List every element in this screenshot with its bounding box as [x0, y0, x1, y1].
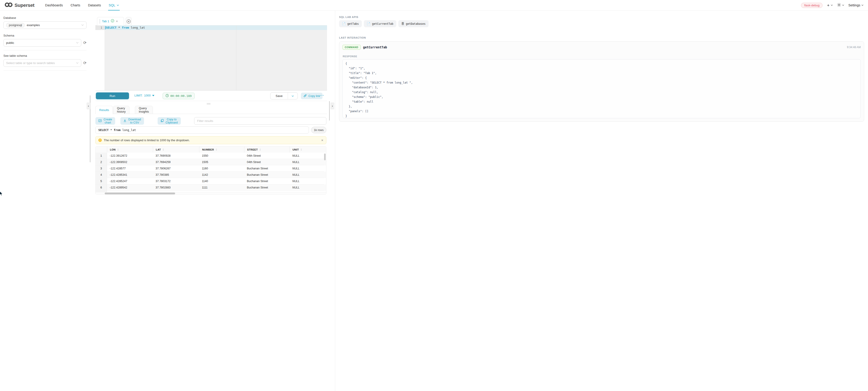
main-scrollbar[interactable]: [329, 101, 330, 121]
download-icon: [123, 119, 126, 123]
table-cell: 1550: [199, 153, 244, 159]
column-header[interactable]: LAT▲▼: [153, 146, 199, 153]
editor-gutter: [95, 30, 104, 90]
sql-editor-pane: Tab 1 ✕ + 1 SELECT * from long_lat Run L…: [95, 11, 327, 195]
column-header[interactable]: LON▲▼: [107, 146, 153, 153]
table-row[interactable]: 1-122.391267237.7690928155004th StreetNU…: [96, 153, 326, 159]
collapse-api-panel-button[interactable]: ›: [331, 102, 334, 109]
tab-query-insights[interactable]: Query Insights: [135, 106, 153, 114]
table-cell: -122.3912672: [107, 153, 153, 159]
create-chart-button[interactable]: Create chart: [95, 117, 115, 125]
table-cell: Buchanan Street: [244, 184, 289, 191]
table-cell: NULL: [289, 172, 324, 178]
table-row[interactable]: 2-122.390850237.7694259150504th StreetNU…: [96, 159, 326, 165]
table-cell: 1111: [199, 184, 244, 191]
editor-toolbar: Run LIMIT: 1000 00:00:00.189 Save: [95, 91, 327, 101]
save-button[interactable]: Save: [271, 93, 288, 99]
sqllab-api-panel: SQL LAB APIS 📄 getTabs 📄 getCurrentTab 🗄…: [335, 11, 434, 195]
sidebar-divider: [3, 50, 87, 51]
sort-icons[interactable]: ▲▼: [117, 148, 119, 151]
vertical-scrollbar-thumb[interactable]: [324, 154, 326, 160]
column-header[interactable]: STREET▲▼: [244, 146, 289, 153]
link-icon: [303, 94, 307, 98]
brand-name: Superset: [14, 2, 34, 8]
sql-code-editor[interactable]: 1 SELECT * from long_lat: [95, 26, 327, 91]
schema-select[interactable]: public: [3, 39, 81, 46]
limit-dropdown[interactable]: LIMIT: 1000: [134, 94, 154, 97]
copy-clipboard-button[interactable]: Copy to Clipboard: [158, 117, 181, 125]
table-cell: 1505: [199, 159, 244, 165]
close-tab-icon[interactable]: ✕: [116, 20, 118, 23]
results-table-header: LON▲▼ LAT▲▼ NUMBER▲▼ STREET▲▼ UNIT▲▼: [96, 146, 326, 153]
superset-logo[interactable]: Superset: [4, 2, 34, 8]
filter-results-input[interactable]: [194, 117, 327, 125]
sort-icons[interactable]: ▲▼: [301, 148, 302, 151]
table-cell: 37.7806267: [153, 165, 199, 172]
clock-icon: [165, 94, 169, 98]
results-table: LON▲▼ LAT▲▼ NUMBER▲▼ STREET▲▼ UNIT▲▼ 1-1…: [95, 146, 327, 195]
last-interaction-title: LAST INTERACTION: [339, 36, 366, 39]
schema-label: Schema: [3, 34, 87, 37]
sort-icons[interactable]: ▲▼: [162, 148, 164, 151]
save-split-button[interactable]: Save: [270, 92, 298, 99]
save-options-button[interactable]: [288, 93, 298, 99]
document-icon: 📄: [367, 22, 370, 26]
main-nav: Dashboards Charts Datasets SQL: [41, 0, 123, 10]
database-value: examples: [27, 23, 40, 27]
table-row[interactable]: 6-122.428954237.78028831111Buchanan Stre…: [96, 184, 326, 191]
horizontal-scrollbar[interactable]: [96, 192, 326, 194]
drag-handle-icon[interactable]: [99, 19, 100, 23]
response-label: RESPONSE: [343, 55, 357, 58]
close-warning-icon[interactable]: ✕: [321, 139, 323, 142]
run-button[interactable]: Run: [96, 92, 129, 99]
column-header[interactable]: UNIT▲▼: [289, 146, 324, 153]
add-tab-button[interactable]: +: [126, 17, 132, 26]
download-csv-button[interactable]: Download to CSV: [120, 117, 144, 125]
tab-query-history[interactable]: Query history: [113, 106, 129, 114]
nav-datasets[interactable]: Datasets: [84, 0, 105, 10]
collapse-sidebar-button[interactable]: ‹: [87, 102, 90, 109]
check-circle-icon: [111, 19, 114, 23]
row-number: 2: [96, 159, 107, 165]
pane-resize-handle[interactable]: [207, 103, 211, 105]
table-row[interactable]: 4-122.428534137.7803851142Buchanan Stree…: [96, 172, 326, 178]
api-panel-title: SQL LAB APIS: [339, 16, 359, 19]
getdatabases-button[interactable]: 🗄 getDatabases: [398, 20, 429, 27]
editor-tab[interactable]: Tab 1 ✕: [97, 17, 124, 26]
sort-icons[interactable]: ▲▼: [259, 148, 261, 151]
copy-link-button[interactable]: Copy link: [301, 93, 322, 99]
nav-sql[interactable]: SQL: [105, 0, 123, 10]
chart-icon: [98, 119, 102, 123]
sort-icons[interactable]: ▲▼: [216, 148, 217, 151]
nav-dashboards[interactable]: Dashboards: [41, 0, 66, 10]
superset-logo-icon: [4, 2, 13, 8]
chevron-down-icon: [76, 62, 79, 64]
elapsed-time: 00:00:00.189: [170, 94, 192, 98]
table-cell: -122.4285341: [107, 172, 153, 178]
database-label: Database: [3, 16, 87, 20]
refresh-schema-icon[interactable]: ⟳: [83, 41, 87, 45]
limit-label: LIMIT:: [134, 94, 143, 97]
table-select[interactable]: Select table or type to search tables: [3, 59, 81, 67]
table-cell: -122.428577: [107, 165, 153, 172]
table-row[interactable]: 3-122.42857737.78062671160Buchanan Stree…: [96, 165, 326, 172]
table-cell: 04th Street: [244, 153, 289, 159]
getcurrenttab-button[interactable]: 📄 getCurrentTab: [364, 20, 396, 27]
limit-value: 1000: [144, 94, 151, 97]
table-cell: 1142: [199, 172, 244, 178]
nav-charts[interactable]: Charts: [67, 0, 84, 10]
more-actions-button[interactable]: ···: [320, 93, 324, 97]
line-number: 1: [95, 26, 104, 30]
caret-down-icon: [152, 95, 154, 96]
scrollbar-thumb[interactable]: [105, 193, 175, 194]
table-cell: 04th Street: [244, 159, 289, 165]
document-icon: 📄: [342, 22, 346, 26]
refresh-tables-icon[interactable]: ⟳: [83, 61, 87, 65]
column-header[interactable]: NUMBER▲▼: [199, 146, 244, 153]
database-select[interactable]: postgresql examples: [3, 21, 87, 29]
table-row[interactable]: 5-122.428524737.78031721140Buchanan Stre…: [96, 178, 326, 184]
tab-results[interactable]: Results: [95, 106, 113, 114]
gettabs-button[interactable]: 📄 getTabs: [339, 20, 362, 27]
command-badge: COMMAND: [342, 45, 361, 50]
table-cell: 37.7690928: [153, 153, 199, 159]
